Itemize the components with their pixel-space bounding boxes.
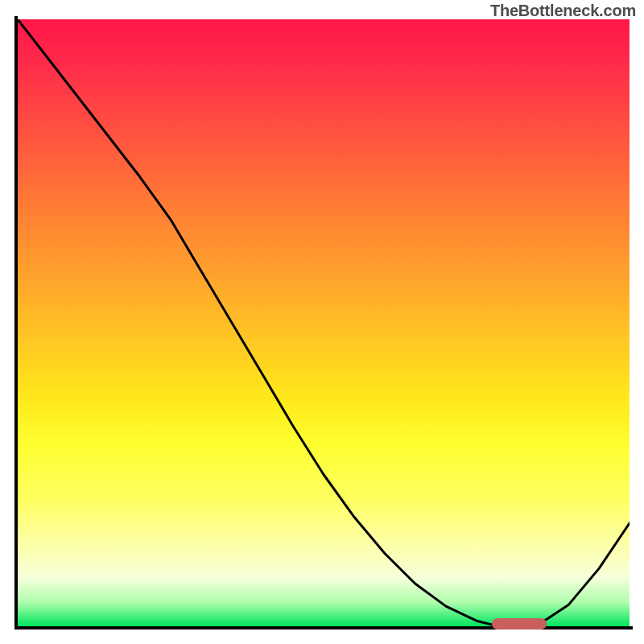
watermark-text: TheBottleneck.com [490, 2, 636, 20]
optimal-range-marker [492, 618, 547, 630]
bottleneck-curve [18, 19, 630, 626]
